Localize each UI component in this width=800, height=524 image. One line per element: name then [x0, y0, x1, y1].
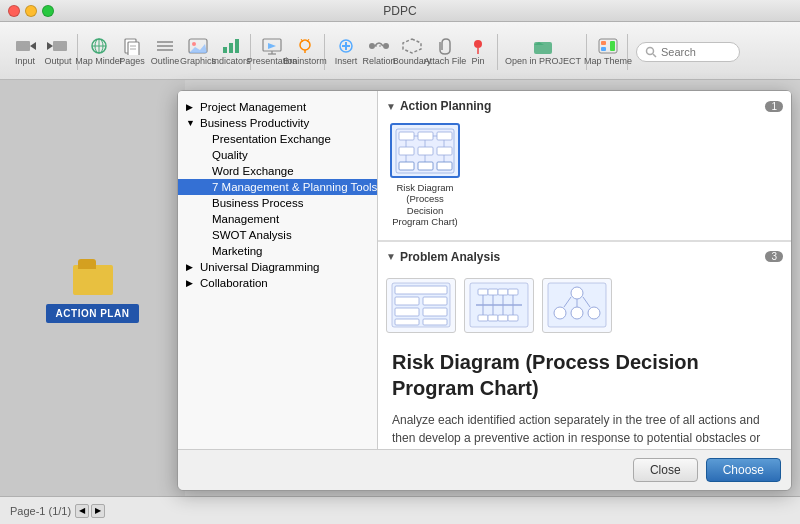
- open-project-icon: [532, 37, 554, 55]
- search-input[interactable]: [661, 46, 731, 58]
- search-box[interactable]: [636, 42, 740, 62]
- choose-button[interactable]: Choose: [706, 458, 781, 482]
- input-btn[interactable]: Input: [9, 36, 41, 68]
- svg-rect-87: [508, 315, 518, 321]
- open-project-btn[interactable]: Open in PROJECT: [503, 36, 583, 68]
- tree-label-business-productivity: Business Productivity: [200, 117, 309, 129]
- tree-item-universal-diagramming[interactable]: ▶ Universal Diagramming: [178, 259, 377, 275]
- map-minder-btn[interactable]: Map Minder: [83, 36, 115, 68]
- close-window-btn[interactable]: [8, 5, 20, 17]
- output-icon: [47, 37, 69, 55]
- svg-rect-58: [418, 162, 433, 170]
- project-group: Open in PROJECT: [500, 34, 587, 70]
- output-label: Output: [44, 57, 71, 66]
- template-problem-3[interactable]: [542, 278, 612, 333]
- tree-item-business-process[interactable]: Business Process: [178, 195, 377, 211]
- tree-label-presentation-exchange: Presentation Exchange: [212, 133, 331, 145]
- svg-rect-53: [437, 147, 452, 155]
- indicators-btn[interactable]: Indicators: [215, 36, 247, 68]
- action-planning-header: ▼ Action Planning 1: [386, 99, 783, 113]
- tree-item-project-mgmt[interactable]: ▶ Project Management: [178, 99, 377, 115]
- canvas-sidebar: ACTION PLAN: [0, 80, 185, 496]
- tree-item-swot-analysis[interactable]: SWOT Analysis: [178, 227, 377, 243]
- toolbar-icons-row: Input Output: [0, 22, 800, 79]
- template-dialog: ▶ Project Management ▼ Business Producti…: [177, 90, 792, 491]
- dialog-body: ▶ Project Management ▼ Business Producti…: [178, 91, 791, 449]
- tree-item-presentation-exchange[interactable]: Presentation Exchange: [178, 131, 377, 147]
- insert-icon: [335, 37, 357, 55]
- svg-point-25: [300, 40, 310, 50]
- next-page-btn[interactable]: ▶: [91, 504, 105, 518]
- svg-rect-41: [610, 41, 615, 51]
- maximize-window-btn[interactable]: [42, 5, 54, 17]
- tree-label-collaboration: Collaboration: [200, 277, 268, 289]
- map-theme-btn[interactable]: Map Theme: [592, 36, 624, 68]
- tree-arrow-project-mgmt: ▶: [186, 102, 196, 112]
- tree-item-marketing[interactable]: Marketing: [178, 243, 377, 259]
- bottom-bar: Page-1 (1/1) ◀ ▶: [0, 496, 800, 524]
- svg-rect-46: [418, 132, 433, 140]
- outline-btn[interactable]: Outline: [149, 36, 181, 68]
- problem-thumb-1: [386, 278, 456, 333]
- tree-arrow-universal: ▶: [186, 262, 196, 272]
- problem-analysis-header: ▼ Problem Analysis 3: [378, 242, 791, 268]
- svg-rect-86: [498, 315, 508, 321]
- indicators-icon: [220, 37, 242, 55]
- outline-icon: [154, 37, 176, 55]
- pages-icon: [121, 37, 143, 55]
- tree-item-7-management[interactable]: 7 Management & Planning Tools: [178, 179, 377, 195]
- close-button[interactable]: Close: [633, 458, 698, 482]
- svg-marker-24: [268, 43, 276, 49]
- svg-point-16: [192, 42, 196, 46]
- tree-item-quality[interactable]: Quality: [178, 147, 377, 163]
- insert-group: Insert Relation: [327, 34, 498, 70]
- input-icon: [14, 37, 36, 55]
- content-panel: ▼ Action Planning 1: [378, 91, 791, 449]
- tree-item-business-productivity[interactable]: ▼ Business Productivity: [178, 115, 377, 131]
- relation-btn[interactable]: Relation: [363, 36, 395, 68]
- boundary-icon: [401, 37, 423, 55]
- tree-item-word-exchange[interactable]: Word Exchange: [178, 163, 377, 179]
- brainstorm-btn[interactable]: Brainstorm: [289, 36, 321, 68]
- insert-btn[interactable]: Insert: [330, 36, 362, 68]
- svg-marker-1: [30, 42, 36, 50]
- pages-btn[interactable]: Pages: [116, 36, 148, 68]
- presentation-icon: [261, 37, 283, 55]
- tree-label-project-mgmt: Project Management: [200, 101, 306, 113]
- svg-rect-57: [399, 162, 414, 170]
- template-problem-2[interactable]: [464, 278, 534, 333]
- svg-rect-20: [235, 39, 239, 53]
- tree-item-management[interactable]: Management: [178, 211, 377, 227]
- map-theme-label: Map Theme: [584, 57, 632, 66]
- input-label: Input: [15, 57, 35, 66]
- risk-diagram-thumb: [390, 123, 460, 178]
- attach-file-btn[interactable]: Attach File: [429, 36, 461, 68]
- output-btn[interactable]: Output: [42, 36, 74, 68]
- window-controls: [8, 5, 54, 17]
- tree-label-word-exchange: Word Exchange: [212, 165, 294, 177]
- pages-label: Pages: [119, 57, 145, 66]
- open-project-label: Open in PROJECT: [505, 57, 581, 66]
- theme-group: Map Theme: [589, 34, 628, 70]
- attach-file-label: Attach File: [424, 57, 467, 66]
- minimize-window-btn[interactable]: [25, 5, 37, 17]
- action-plan-node: ACTION PLAN: [33, 253, 153, 323]
- svg-point-33: [383, 43, 389, 49]
- prev-page-btn[interactable]: ◀: [75, 504, 89, 518]
- problem-thumb-3: [542, 278, 612, 333]
- pin-label: Pin: [471, 57, 484, 66]
- svg-rect-19: [229, 43, 233, 53]
- pin-btn[interactable]: Pin: [462, 36, 494, 68]
- template-problem-1[interactable]: [386, 278, 456, 333]
- tree-label-management: Management: [212, 213, 279, 225]
- graphics-btn[interactable]: Graphics: [182, 36, 214, 68]
- svg-rect-82: [498, 289, 508, 295]
- relation-label: Relation: [362, 57, 395, 66]
- template-risk-diagram[interactable]: Risk Diagram(Process DecisionProgram Cha…: [390, 123, 460, 228]
- tree-item-collaboration[interactable]: ▶ Collaboration: [178, 275, 377, 291]
- insert-label: Insert: [335, 57, 358, 66]
- tree-arrow-business-productivity: ▼: [186, 118, 196, 128]
- problem-analysis-section: ▼ Problem Analysis 3: [378, 241, 791, 337]
- tree-label-swot-analysis: SWOT Analysis: [212, 229, 292, 241]
- action-planning-arrow: ▼: [386, 101, 396, 112]
